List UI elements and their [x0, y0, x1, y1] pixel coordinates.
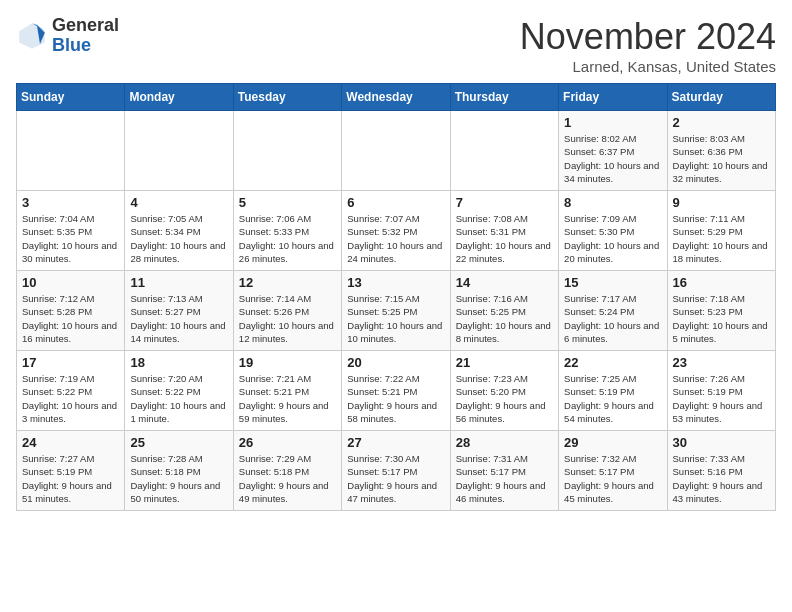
weekday-header: Monday	[125, 84, 233, 111]
day-info: Sunrise: 7:16 AM Sunset: 5:25 PM Dayligh…	[456, 292, 553, 345]
calendar-day-cell: 14Sunrise: 7:16 AM Sunset: 5:25 PM Dayli…	[450, 271, 558, 351]
calendar-day-cell: 4Sunrise: 7:05 AM Sunset: 5:34 PM Daylig…	[125, 191, 233, 271]
day-info: Sunrise: 7:25 AM Sunset: 5:19 PM Dayligh…	[564, 372, 661, 425]
day-number: 2	[673, 115, 770, 130]
day-info: Sunrise: 7:04 AM Sunset: 5:35 PM Dayligh…	[22, 212, 119, 265]
weekday-header: Friday	[559, 84, 667, 111]
day-info: Sunrise: 7:07 AM Sunset: 5:32 PM Dayligh…	[347, 212, 444, 265]
day-number: 12	[239, 275, 336, 290]
day-info: Sunrise: 7:28 AM Sunset: 5:18 PM Dayligh…	[130, 452, 227, 505]
weekday-header: Thursday	[450, 84, 558, 111]
calendar-body: 1Sunrise: 8:02 AM Sunset: 6:37 PM Daylig…	[17, 111, 776, 511]
calendar-week-row: 1Sunrise: 8:02 AM Sunset: 6:37 PM Daylig…	[17, 111, 776, 191]
day-info: Sunrise: 7:27 AM Sunset: 5:19 PM Dayligh…	[22, 452, 119, 505]
day-info: Sunrise: 7:21 AM Sunset: 5:21 PM Dayligh…	[239, 372, 336, 425]
weekday-header: Sunday	[17, 84, 125, 111]
day-number: 6	[347, 195, 444, 210]
logo: General Blue	[16, 16, 119, 56]
calendar-day-cell: 18Sunrise: 7:20 AM Sunset: 5:22 PM Dayli…	[125, 351, 233, 431]
day-number: 20	[347, 355, 444, 370]
day-info: Sunrise: 7:17 AM Sunset: 5:24 PM Dayligh…	[564, 292, 661, 345]
calendar-day-cell: 16Sunrise: 7:18 AM Sunset: 5:23 PM Dayli…	[667, 271, 775, 351]
calendar-day-cell	[342, 111, 450, 191]
day-number: 22	[564, 355, 661, 370]
day-number: 21	[456, 355, 553, 370]
calendar-week-row: 3Sunrise: 7:04 AM Sunset: 5:35 PM Daylig…	[17, 191, 776, 271]
day-info: Sunrise: 7:20 AM Sunset: 5:22 PM Dayligh…	[130, 372, 227, 425]
logo-icon	[16, 20, 48, 52]
day-info: Sunrise: 7:06 AM Sunset: 5:33 PM Dayligh…	[239, 212, 336, 265]
day-number: 30	[673, 435, 770, 450]
calendar-day-cell	[17, 111, 125, 191]
calendar-day-cell: 3Sunrise: 7:04 AM Sunset: 5:35 PM Daylig…	[17, 191, 125, 271]
day-info: Sunrise: 7:26 AM Sunset: 5:19 PM Dayligh…	[673, 372, 770, 425]
day-info: Sunrise: 7:14 AM Sunset: 5:26 PM Dayligh…	[239, 292, 336, 345]
day-info: Sunrise: 7:30 AM Sunset: 5:17 PM Dayligh…	[347, 452, 444, 505]
day-number: 27	[347, 435, 444, 450]
day-info: Sunrise: 7:13 AM Sunset: 5:27 PM Dayligh…	[130, 292, 227, 345]
day-info: Sunrise: 7:15 AM Sunset: 5:25 PM Dayligh…	[347, 292, 444, 345]
calendar-day-cell: 5Sunrise: 7:06 AM Sunset: 5:33 PM Daylig…	[233, 191, 341, 271]
calendar-day-cell: 22Sunrise: 7:25 AM Sunset: 5:19 PM Dayli…	[559, 351, 667, 431]
day-info: Sunrise: 7:32 AM Sunset: 5:17 PM Dayligh…	[564, 452, 661, 505]
calendar-day-cell: 20Sunrise: 7:22 AM Sunset: 5:21 PM Dayli…	[342, 351, 450, 431]
day-info: Sunrise: 7:12 AM Sunset: 5:28 PM Dayligh…	[22, 292, 119, 345]
calendar-day-cell: 17Sunrise: 7:19 AM Sunset: 5:22 PM Dayli…	[17, 351, 125, 431]
calendar-day-cell	[125, 111, 233, 191]
day-number: 4	[130, 195, 227, 210]
calendar-day-cell: 19Sunrise: 7:21 AM Sunset: 5:21 PM Dayli…	[233, 351, 341, 431]
day-info: Sunrise: 7:22 AM Sunset: 5:21 PM Dayligh…	[347, 372, 444, 425]
day-number: 9	[673, 195, 770, 210]
day-number: 14	[456, 275, 553, 290]
day-number: 1	[564, 115, 661, 130]
calendar-day-cell: 28Sunrise: 7:31 AM Sunset: 5:17 PM Dayli…	[450, 431, 558, 511]
day-number: 25	[130, 435, 227, 450]
calendar-week-row: 10Sunrise: 7:12 AM Sunset: 5:28 PM Dayli…	[17, 271, 776, 351]
day-info: Sunrise: 8:02 AM Sunset: 6:37 PM Dayligh…	[564, 132, 661, 185]
calendar-table: SundayMondayTuesdayWednesdayThursdayFrid…	[16, 83, 776, 511]
logo-text: General Blue	[52, 16, 119, 56]
day-info: Sunrise: 7:18 AM Sunset: 5:23 PM Dayligh…	[673, 292, 770, 345]
day-number: 26	[239, 435, 336, 450]
calendar-day-cell	[233, 111, 341, 191]
day-info: Sunrise: 7:23 AM Sunset: 5:20 PM Dayligh…	[456, 372, 553, 425]
location-text: Larned, Kansas, United States	[520, 58, 776, 75]
month-title: November 2024	[520, 16, 776, 58]
logo-general-text: General	[52, 16, 119, 36]
day-info: Sunrise: 7:19 AM Sunset: 5:22 PM Dayligh…	[22, 372, 119, 425]
day-info: Sunrise: 7:09 AM Sunset: 5:30 PM Dayligh…	[564, 212, 661, 265]
calendar-day-cell: 29Sunrise: 7:32 AM Sunset: 5:17 PM Dayli…	[559, 431, 667, 511]
day-info: Sunrise: 8:03 AM Sunset: 6:36 PM Dayligh…	[673, 132, 770, 185]
day-number: 18	[130, 355, 227, 370]
day-number: 5	[239, 195, 336, 210]
day-number: 3	[22, 195, 119, 210]
header-row: SundayMondayTuesdayWednesdayThursdayFrid…	[17, 84, 776, 111]
calendar-header: SundayMondayTuesdayWednesdayThursdayFrid…	[17, 84, 776, 111]
day-number: 19	[239, 355, 336, 370]
calendar-day-cell: 12Sunrise: 7:14 AM Sunset: 5:26 PM Dayli…	[233, 271, 341, 351]
day-number: 24	[22, 435, 119, 450]
weekday-header: Saturday	[667, 84, 775, 111]
day-number: 28	[456, 435, 553, 450]
day-number: 15	[564, 275, 661, 290]
day-info: Sunrise: 7:08 AM Sunset: 5:31 PM Dayligh…	[456, 212, 553, 265]
calendar-day-cell: 27Sunrise: 7:30 AM Sunset: 5:17 PM Dayli…	[342, 431, 450, 511]
calendar-day-cell: 15Sunrise: 7:17 AM Sunset: 5:24 PM Dayli…	[559, 271, 667, 351]
calendar-day-cell: 6Sunrise: 7:07 AM Sunset: 5:32 PM Daylig…	[342, 191, 450, 271]
calendar-day-cell: 9Sunrise: 7:11 AM Sunset: 5:29 PM Daylig…	[667, 191, 775, 271]
day-info: Sunrise: 7:29 AM Sunset: 5:18 PM Dayligh…	[239, 452, 336, 505]
title-block: November 2024 Larned, Kansas, United Sta…	[520, 16, 776, 75]
logo-blue-text: Blue	[52, 36, 119, 56]
day-number: 17	[22, 355, 119, 370]
calendar-day-cell: 25Sunrise: 7:28 AM Sunset: 5:18 PM Dayli…	[125, 431, 233, 511]
calendar-day-cell: 23Sunrise: 7:26 AM Sunset: 5:19 PM Dayli…	[667, 351, 775, 431]
day-number: 13	[347, 275, 444, 290]
day-number: 11	[130, 275, 227, 290]
weekday-header: Wednesday	[342, 84, 450, 111]
calendar-day-cell: 10Sunrise: 7:12 AM Sunset: 5:28 PM Dayli…	[17, 271, 125, 351]
day-number: 16	[673, 275, 770, 290]
day-number: 8	[564, 195, 661, 210]
day-info: Sunrise: 7:11 AM Sunset: 5:29 PM Dayligh…	[673, 212, 770, 265]
calendar-day-cell: 7Sunrise: 7:08 AM Sunset: 5:31 PM Daylig…	[450, 191, 558, 271]
calendar-day-cell: 30Sunrise: 7:33 AM Sunset: 5:16 PM Dayli…	[667, 431, 775, 511]
